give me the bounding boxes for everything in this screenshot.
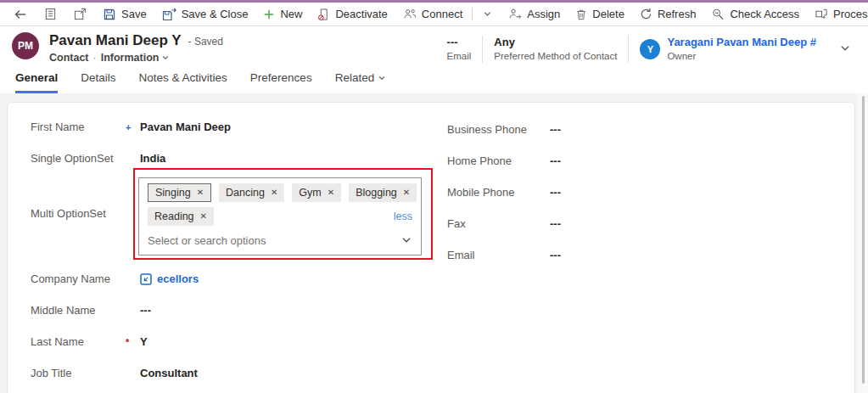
open-in-new-window-button[interactable] — [65, 3, 95, 25]
home-phone-value[interactable]: --- — [550, 154, 561, 169]
job-title-value[interactable]: Consultant — [140, 366, 198, 381]
save-and-close-button[interactable]: Save & Close — [154, 3, 256, 25]
header-preferred-method-field: Any Preferred Method of Contact — [494, 36, 617, 63]
delete-label: Delete — [592, 8, 624, 20]
connect-people-icon — [403, 8, 417, 20]
remove-tag-icon[interactable]: ✕ — [200, 212, 207, 221]
save-close-icon — [162, 8, 176, 21]
show-less-link[interactable]: less — [394, 209, 412, 224]
job-title-label: Job Title — [31, 366, 126, 381]
deactivate-icon — [317, 8, 330, 21]
chevron-down-icon — [161, 53, 170, 62]
tab-details[interactable]: Details — [81, 69, 115, 93]
chevron-down-icon — [400, 234, 412, 246]
owner-label: Owner — [667, 50, 794, 62]
single-optionset-label: Single OptionSet — [31, 151, 126, 166]
first-name-value[interactable]: Pavan Mani Deep — [140, 120, 231, 135]
remove-tag-icon[interactable]: ✕ — [271, 188, 277, 197]
connect-button[interactable]: Connect — [395, 3, 470, 25]
header-expand-button[interactable] — [836, 39, 854, 60]
tab-notes-activities[interactable]: Notes & Activities — [139, 69, 227, 93]
header-email-value: --- — [447, 36, 472, 49]
tag-gym[interactable]: Gym✕ — [292, 183, 341, 202]
tab-preferences[interactable]: Preferences — [250, 69, 312, 93]
business-phone-label: Business Phone — [447, 122, 550, 138]
optionset-dropdown-button[interactable] — [400, 234, 412, 249]
middle-name-value[interactable]: --- — [140, 303, 151, 318]
vertical-scrollbar[interactable] — [857, 93, 868, 393]
tag-label: Reading — [154, 209, 194, 224]
form-selector[interactable]: Information — [101, 52, 171, 64]
form-switcher-button[interactable] — [36, 3, 65, 25]
multi-optionset-label: Multi OptionSet — [31, 206, 126, 222]
single-optionset-value[interactable]: India — [140, 151, 165, 166]
back-button[interactable] — [5, 3, 36, 25]
field-single-optionset: Single OptionSet India — [31, 151, 440, 166]
title-separator: · — [93, 52, 97, 64]
field-last-name: Last Name * Y — [31, 334, 440, 350]
remove-tag-icon[interactable]: ✕ — [403, 188, 410, 197]
multi-optionset-control[interactable]: Singing✕ Dancing✕ Gym✕ Blogging✕ Reading… — [138, 177, 422, 255]
remove-tag-icon[interactable]: ✕ — [197, 188, 204, 197]
preferred-method-value: Any — [494, 36, 617, 49]
annotation-highlight-box: Singing✕ Dancing✕ Gym✕ Blogging✕ Reading… — [133, 168, 433, 260]
tag-reading[interactable]: Reading✕ — [148, 207, 214, 226]
tag-row: Reading✕ less — [148, 207, 412, 226]
plus-icon — [263, 8, 275, 20]
process-label: Process — [833, 8, 868, 20]
tag-row: Singing✕ Dancing✕ Gym✕ Blogging✕ — [148, 183, 412, 202]
form-column-left: First Name + Pavan Mani Deep Single Opti… — [31, 120, 440, 393]
assign-button[interactable]: Assign — [501, 3, 568, 25]
tab-related[interactable]: Related — [335, 69, 387, 93]
new-label: New — [280, 8, 302, 20]
new-button[interactable]: New — [255, 3, 310, 25]
header-email-field: --- Email — [447, 36, 472, 63]
fax-value[interactable]: --- — [550, 216, 561, 232]
header-divider — [482, 36, 483, 63]
document-icon — [44, 8, 57, 20]
connect-dropdown-button[interactable] — [474, 3, 501, 25]
email-value[interactable]: --- — [550, 248, 561, 263]
tag-singing[interactable]: Singing✕ — [148, 183, 211, 202]
owner-link[interactable]: Yaragani Pavan Mani Deep # — [667, 36, 816, 49]
refresh-label: Refresh — [658, 8, 697, 20]
tab-general[interactable]: General — [15, 69, 58, 93]
remove-tag-icon[interactable]: ✕ — [328, 188, 334, 197]
business-phone-value[interactable]: --- — [550, 122, 561, 138]
save-label: Save — [121, 8, 147, 20]
form-name-label: Information — [101, 52, 160, 64]
mobile-phone-value[interactable]: --- — [550, 185, 561, 200]
field-company-name: Company Name ecellors — [31, 272, 440, 287]
optionset-search-input[interactable]: Select or search options — [148, 233, 400, 249]
tag-dancing[interactable]: Dancing✕ — [219, 183, 284, 202]
app-window: Save Save & Close New Deactivate Connect… — [0, 0, 868, 393]
form-column-right: Business Phone --- Home Phone --- Mobile… — [440, 120, 837, 393]
account-record-icon — [140, 273, 152, 285]
delete-button[interactable]: Delete — [568, 3, 632, 25]
company-name-label: Company Name — [31, 272, 126, 287]
field-first-name: First Name + Pavan Mani Deep — [31, 120, 440, 135]
email-label: Email — [447, 248, 550, 263]
save-button[interactable]: Save — [95, 3, 154, 25]
check-access-button[interactable]: Check Access — [703, 3, 807, 25]
connect-label: Connect — [422, 8, 462, 20]
entity-type-label: Contact — [49, 52, 89, 64]
company-name-lookup[interactable]: ecellors — [140, 272, 199, 287]
refresh-button[interactable]: Refresh — [632, 3, 704, 25]
field-job-title: Job Title Consultant — [31, 366, 440, 381]
preferred-method-label: Preferred Method of Contact — [494, 50, 617, 62]
first-name-label: First Name — [31, 120, 126, 135]
mobile-phone-label: Mobile Phone — [447, 185, 550, 200]
general-section-card: First Name + Pavan Mani Deep Single Opti… — [7, 102, 855, 393]
field-multi-optionset: Multi OptionSet Singing✕ Dancing✕ Gym✕ B… — [31, 168, 440, 260]
last-name-value[interactable]: Y — [140, 334, 148, 350]
tag-blogging[interactable]: Blogging✕ — [349, 183, 417, 202]
process-button[interactable]: Process — [807, 3, 868, 25]
scrollbar-thumb[interactable] — [862, 96, 865, 384]
contact-avatar[interactable]: PM — [12, 32, 39, 59]
header-divider — [628, 36, 629, 63]
save-icon — [103, 8, 116, 21]
owner-field: Y Yaragani Pavan Mani Deep # Owner — [640, 36, 816, 63]
deactivate-button[interactable]: Deactivate — [310, 3, 395, 25]
business-recommended-icon: + — [126, 120, 140, 135]
